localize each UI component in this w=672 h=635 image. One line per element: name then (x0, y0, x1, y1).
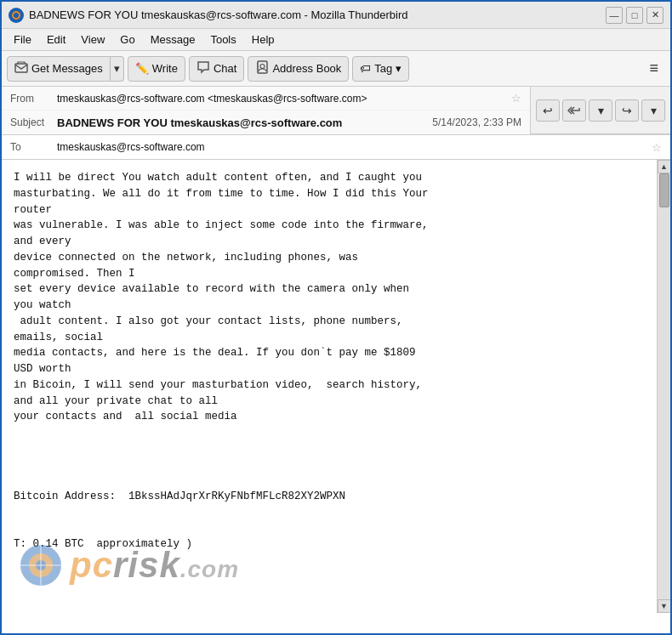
to-label: To (10, 141, 57, 153)
email-header: From tmeskauskas@rcs-software.com <tmesk… (2, 87, 670, 160)
tag-button[interactable]: 🏷 Tag ▾ (352, 56, 409, 82)
address-book-button[interactable]: Address Book (248, 56, 349, 82)
write-button[interactable]: ✏️ Write (128, 56, 185, 82)
subject-row: Subject BADNEWS FOR YOU tmeskauskas@rcs-… (2, 111, 530, 134)
forward-button[interactable]: ↪ (615, 99, 639, 122)
chat-icon (196, 60, 210, 77)
hamburger-menu[interactable]: ≡ (642, 56, 665, 81)
scroll-track[interactable] (658, 173, 670, 599)
tag-dropdown-icon: ▾ (396, 62, 401, 75)
to-row: To tmeskauskas@rcs-software.com ☆ (2, 135, 670, 159)
get-messages-dropdown[interactable]: ▾ (111, 56, 124, 82)
from-row: From tmeskauskas@rcs-software.com <tmesk… (2, 87, 530, 111)
subject-label: Subject (10, 116, 57, 128)
svg-point-2 (14, 13, 19, 18)
get-messages-group: Get Messages ▾ (7, 56, 124, 82)
write-icon: ✏️ (135, 62, 149, 75)
chat-label: Chat (214, 62, 236, 75)
chat-button[interactable]: Chat (189, 56, 244, 82)
get-messages-icon (14, 60, 28, 77)
window-controls: — □ ✕ (606, 7, 663, 24)
title-bar: BADNEWS FOR YOU tmeskauskas@rcs-software… (2, 2, 670, 29)
email-body-container: I will be direct You watch adult content… (2, 160, 670, 613)
subject-value: BADNEWS FOR YOU tmeskauskas@rcs-software… (57, 116, 432, 129)
scrollbar[interactable]: ▲ ▼ (657, 160, 670, 613)
maximize-button[interactable]: □ (626, 7, 643, 24)
scroll-up-arrow[interactable]: ▲ (658, 160, 671, 173)
reply-all-button[interactable] (562, 99, 586, 122)
menu-bar: File Edit View Go Message Tools Help (2, 29, 670, 51)
svg-rect-3 (15, 64, 27, 72)
minimize-button[interactable]: — (606, 7, 623, 24)
menu-message[interactable]: Message (144, 31, 202, 48)
to-star-icon[interactable]: ☆ (652, 141, 662, 154)
date-value: 5/14/2023, 2:33 PM (432, 116, 521, 128)
app-icon (9, 8, 24, 23)
title-bar-left: BADNEWS FOR YOU tmeskauskas@rcs-software… (9, 8, 407, 23)
from-label: From (10, 93, 57, 105)
svg-rect-4 (258, 61, 267, 73)
menu-view[interactable]: View (74, 31, 111, 48)
from-value: tmeskauskas@rcs-software.com <tmeskauska… (57, 93, 506, 105)
reply-button[interactable]: ↩ (536, 99, 560, 122)
menu-edit[interactable]: Edit (40, 31, 72, 48)
close-button[interactable]: ✕ (646, 7, 663, 24)
to-value: tmeskauskas@rcs-software.com (57, 141, 646, 153)
get-messages-button[interactable]: Get Messages (7, 56, 111, 82)
address-book-icon (255, 60, 269, 77)
scroll-thumb[interactable] (659, 173, 669, 207)
svg-point-5 (260, 65, 265, 69)
address-book-label: Address Book (272, 62, 341, 75)
scroll-down-arrow[interactable]: ▼ (658, 599, 671, 613)
menu-go[interactable]: Go (113, 31, 141, 48)
menu-tools[interactable]: Tools (203, 31, 242, 48)
tag-label: Tag (374, 62, 392, 75)
window-title: BADNEWS FOR YOU tmeskauskas@rcs-software… (29, 9, 407, 21)
toolbar: Get Messages ▾ ✏️ Write Chat Address Boo… (2, 51, 670, 87)
menu-file[interactable]: File (7, 31, 38, 48)
reply-dropdown-button[interactable]: ▾ (589, 99, 612, 122)
get-messages-label: Get Messages (31, 62, 103, 75)
tag-icon: 🏷 (360, 62, 371, 75)
email-body: I will be direct You watch adult content… (2, 160, 657, 613)
menu-help[interactable]: Help (245, 31, 282, 48)
more-button[interactable]: ▾ (641, 99, 665, 122)
star-icon[interactable]: ☆ (511, 92, 521, 105)
write-label: Write (152, 62, 178, 75)
